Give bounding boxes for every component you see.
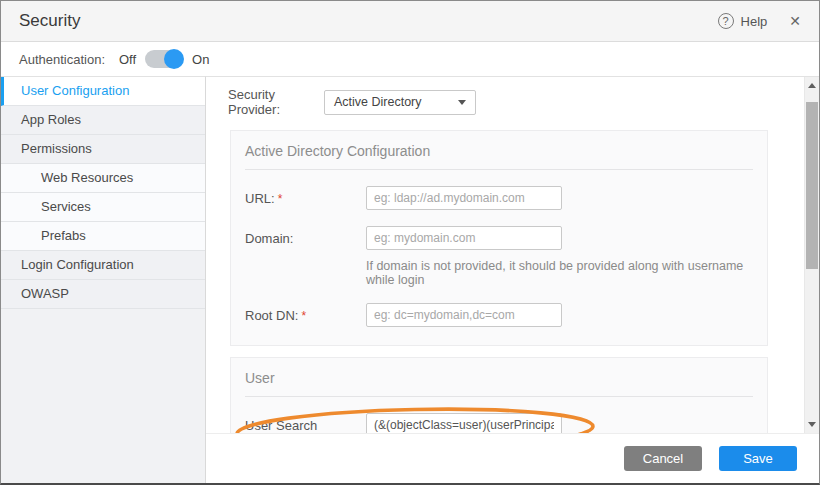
cancel-button[interactable]: Cancel xyxy=(624,446,702,471)
required-marker: * xyxy=(301,309,306,323)
user-search-pattern-input[interactable] xyxy=(366,413,562,433)
dialog-title: Security xyxy=(19,11,80,31)
required-marker: * xyxy=(278,192,283,206)
main-column: Security Provider: Active Directory Acti… xyxy=(206,76,819,483)
settings-content: Security Provider: Active Directory Acti… xyxy=(222,87,819,433)
sidebar-item-login-configuration[interactable]: Login Configuration xyxy=(1,251,205,280)
authentication-toggle[interactable] xyxy=(145,50,183,68)
authentication-row: Authentication: Off On xyxy=(1,42,819,76)
url-field-row: URL:* xyxy=(245,186,753,210)
sidebar-item-services[interactable]: Services xyxy=(1,193,205,222)
authentication-label: Authentication: xyxy=(19,52,119,67)
sidebar-item-web-resources[interactable]: Web Resources xyxy=(1,164,205,193)
scroll-down-arrow-icon[interactable] xyxy=(808,422,816,427)
user-search-pattern-row: User Search Pattern:* xyxy=(245,413,753,433)
sidebar-item-user-configuration[interactable]: User Configuration xyxy=(1,77,205,106)
user-panel: User User Search Pattern:* xyxy=(230,357,768,433)
sidebar-item-permissions[interactable]: Permissions xyxy=(1,135,205,164)
close-icon[interactable]: ✕ xyxy=(789,13,801,29)
titlebar-actions: ? Help ✕ xyxy=(718,13,801,29)
user-search-pattern-label: User Search Pattern:* xyxy=(245,413,366,433)
dialog-titlebar: Security ? Help ✕ xyxy=(1,1,819,42)
scroll-up-arrow-icon[interactable] xyxy=(808,83,816,88)
save-button[interactable]: Save xyxy=(719,446,797,471)
dialog-footer: Cancel Save xyxy=(206,433,819,483)
help-icon[interactable]: ? xyxy=(718,13,734,29)
toggle-off-label: Off xyxy=(119,52,136,67)
sidebar-item-prefabs[interactable]: Prefabs xyxy=(1,222,205,251)
vertical-scrollbar[interactable] xyxy=(804,77,819,433)
security-provider-value: Active Directory xyxy=(334,95,422,109)
security-dialog: Security ? Help ✕ Authentication: Off On… xyxy=(0,0,820,485)
toggle-knob xyxy=(164,49,184,69)
root-dn-field-row: Root DN:* xyxy=(245,303,753,327)
dialog-body: User Configuration App Roles Permissions… xyxy=(1,76,819,483)
security-provider-row: Security Provider: Active Directory xyxy=(228,87,786,117)
domain-field-row: Domain: xyxy=(245,226,753,250)
user-panel-title: User xyxy=(245,370,753,397)
toggle-on-label: On xyxy=(192,52,209,67)
scrollbar-thumb[interactable] xyxy=(806,102,818,269)
active-directory-panel: Active Directory Configuration URL:* Dom… xyxy=(230,130,768,346)
active-directory-panel-title: Active Directory Configuration xyxy=(245,143,753,170)
sidebar: User Configuration App Roles Permissions… xyxy=(1,76,206,483)
url-label: URL:* xyxy=(245,186,366,206)
sidebar-item-app-roles[interactable]: App Roles xyxy=(1,106,205,135)
root-dn-label: Root DN:* xyxy=(245,303,366,323)
domain-help-text: If domain is not provided, it should be … xyxy=(366,259,753,287)
domain-input[interactable] xyxy=(366,226,562,250)
url-input[interactable] xyxy=(366,186,562,210)
sidebar-item-owasp[interactable]: OWASP xyxy=(1,280,205,309)
settings-scroll-area: Security Provider: Active Directory Acti… xyxy=(206,76,819,433)
security-provider-select[interactable]: Active Directory xyxy=(324,90,476,115)
dropdown-caret-icon xyxy=(458,100,466,105)
domain-label: Domain: xyxy=(245,226,366,246)
help-link[interactable]: Help xyxy=(741,14,768,29)
security-provider-label: Security Provider: xyxy=(228,87,324,117)
root-dn-input[interactable] xyxy=(366,303,562,327)
